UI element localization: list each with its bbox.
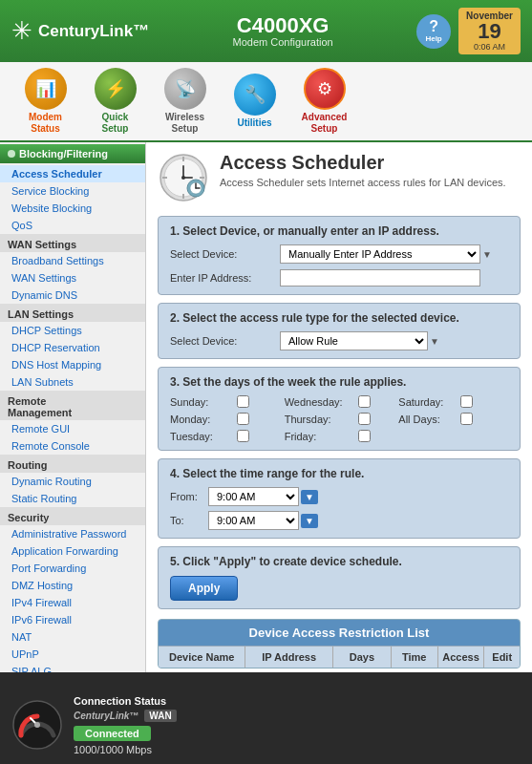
nav-item-wireless-setup[interactable]: 📡 WirelessSetup bbox=[154, 68, 216, 135]
date-time: 0:06 AM bbox=[466, 42, 513, 52]
nav-item-utilities[interactable]: 🔧 Utilities bbox=[223, 74, 286, 129]
ip-address-label: Enter IP Address: bbox=[170, 272, 280, 284]
from-row: From: 9:00 AM ▼ bbox=[170, 487, 508, 506]
nav-item-advanced-setup[interactable]: ⚙ AdvancedSetup bbox=[293, 68, 355, 135]
model-name: C4000XG bbox=[233, 15, 333, 36]
model-subtitle: Modem Configuration bbox=[233, 36, 333, 48]
sidebar-group-wan: WAN Settings bbox=[0, 234, 145, 252]
wednesday-label: Wednesday: bbox=[285, 396, 353, 408]
sidebar-item-access-scheduler[interactable]: Access Scheduler bbox=[0, 165, 145, 182]
sidebar-item-qos[interactable]: QoS bbox=[0, 217, 145, 234]
wan-label: WAN bbox=[144, 710, 176, 722]
status-info: Connection Status CenturyLink™ WAN Conne… bbox=[74, 695, 521, 755]
page-icon bbox=[158, 152, 210, 204]
nav-bar: 📊 ModemStatus ⚡ QuickSetup 📡 WirelessSet… bbox=[0, 62, 532, 142]
ip-address-input[interactable] bbox=[280, 269, 480, 286]
sidebar-item-upnp[interactable]: UPnP bbox=[0, 646, 145, 663]
page-title-block: Access Scheduler Access Scheduler sets I… bbox=[220, 152, 506, 188]
svg-point-8 bbox=[181, 176, 185, 180]
section-4: 4. Select the time range for the rule. F… bbox=[158, 458, 521, 539]
date-day: 19 bbox=[466, 21, 513, 42]
apply-button[interactable]: Apply bbox=[170, 576, 238, 601]
sidebar-item-dmz-hosting[interactable]: DMZ Hosting bbox=[0, 577, 145, 594]
sidebar-item-website-blocking[interactable]: Website Blocking bbox=[0, 200, 145, 217]
sidebar-item-static-routing[interactable]: Static Routing bbox=[0, 490, 145, 507]
from-time-select[interactable]: 9:00 AM bbox=[208, 487, 299, 506]
tuesday-label: Tuesday: bbox=[170, 431, 232, 442]
friday-checkbox[interactable] bbox=[358, 430, 371, 442]
advanced-setup-label: AdvancedSetup bbox=[302, 112, 348, 135]
sidebar-item-broadband-settings[interactable]: Broadband Settings bbox=[0, 252, 145, 269]
monday-row: Monday: bbox=[170, 413, 280, 425]
friday-label: Friday: bbox=[285, 431, 353, 442]
select-device-arrow-icon: ▼ bbox=[482, 249, 492, 260]
thursday-checkbox[interactable] bbox=[358, 413, 371, 425]
sidebar-section-blocking[interactable]: Blocking/Filtering bbox=[0, 144, 145, 163]
saturday-label: Saturday: bbox=[398, 396, 456, 408]
connected-badge: Connected bbox=[74, 726, 151, 741]
sidebar-item-remote-gui[interactable]: Remote GUI bbox=[0, 420, 145, 437]
section-2: 2. Select the access rule type for the s… bbox=[158, 303, 521, 359]
modem-status-label: ModemStatus bbox=[29, 112, 62, 135]
utilities-icon: 🔧 bbox=[234, 74, 276, 116]
sidebar-item-dhcp-settings[interactable]: DHCP Settings bbox=[0, 322, 145, 339]
col-time: Time bbox=[392, 647, 438, 668]
sidebar-item-service-blocking[interactable]: Service Blocking bbox=[0, 182, 145, 200]
sidebar-item-port-forwarding[interactable]: Port Forwarding bbox=[0, 560, 145, 577]
content-area: Access Scheduler Access Scheduler sets I… bbox=[146, 142, 532, 672]
nav-item-modem-status[interactable]: 📊 ModemStatus bbox=[14, 68, 76, 135]
sidebar-item-remote-console[interactable]: Remote Console bbox=[0, 437, 145, 455]
select-device-row: Select Device: Manually Enter IP Address… bbox=[170, 244, 508, 264]
sunday-checkbox[interactable] bbox=[237, 395, 249, 408]
sidebar-group-lan: LAN Settings bbox=[0, 304, 145, 322]
from-arrow-icon: ▼ bbox=[301, 490, 318, 504]
all-days-row: All Days: bbox=[398, 413, 508, 425]
sidebar-item-dynamic-dns[interactable]: Dynamic DNS bbox=[0, 286, 145, 304]
sidebar-item-ipv4-firewall[interactable]: IPv4 Firewall bbox=[0, 594, 145, 611]
nav-item-quick-setup[interactable]: ⚡ QuickSetup bbox=[84, 68, 146, 135]
sidebar-item-ipv6-firewall[interactable]: IPv6 Firewall bbox=[0, 611, 145, 628]
logo-icon: ✳ bbox=[11, 16, 32, 46]
sidebar-item-sip-alg[interactable]: SIP ALG bbox=[0, 663, 145, 672]
friday-row: Friday: bbox=[285, 430, 394, 442]
sidebar-item-dynamic-routing[interactable]: Dynamic Routing bbox=[0, 473, 145, 490]
monday-checkbox[interactable] bbox=[237, 413, 249, 425]
connection-status-title: Connection Status bbox=[74, 695, 521, 707]
sidebar-item-app-forwarding[interactable]: Application Forwarding bbox=[0, 542, 145, 560]
sidebar-item-dhcp-reservation[interactable]: DHCP Reservation bbox=[0, 339, 145, 356]
sidebar: Blocking/Filtering Access Scheduler Serv… bbox=[0, 142, 146, 672]
help-icon: ? bbox=[429, 19, 438, 34]
sidebar-group-routing: Routing bbox=[0, 455, 145, 473]
quick-setup-label: QuickSetup bbox=[102, 112, 129, 135]
tuesday-row: Tuesday: bbox=[170, 430, 280, 442]
all-days-checkbox[interactable] bbox=[460, 413, 473, 425]
svg-point-15 bbox=[34, 722, 40, 728]
header-right: ? Help November 19 0:06 AM bbox=[416, 8, 521, 54]
page-title: Access Scheduler bbox=[220, 152, 506, 174]
to-time-select[interactable]: 9:00 AM bbox=[208, 511, 299, 530]
tuesday-checkbox[interactable] bbox=[237, 430, 249, 442]
sidebar-item-dns-host-mapping[interactable]: DNS Host Mapping bbox=[0, 356, 145, 373]
section-5-title: 5. Click "Apply" to create device schedu… bbox=[170, 555, 508, 568]
help-button[interactable]: ? Help bbox=[416, 14, 451, 49]
table-header-row: Device Name IP Address Days Time Access … bbox=[159, 646, 520, 668]
section-title: Blocking/Filtering bbox=[19, 148, 108, 159]
access-rule-arrow-icon: ▼ bbox=[430, 336, 439, 347]
access-rule-dropdown[interactable]: Allow Rule Block Rule bbox=[280, 331, 428, 350]
wednesday-checkbox[interactable] bbox=[358, 395, 371, 408]
section-3-title: 3. Set the days of the week the rule app… bbox=[170, 375, 508, 389]
sidebar-item-wan-settings[interactable]: WAN Settings bbox=[0, 269, 145, 286]
scheduler-icon-svg bbox=[158, 152, 210, 204]
thursday-label: Thursday: bbox=[285, 414, 353, 425]
section-1-title: 1. Select Device, or manually enter an I… bbox=[170, 224, 508, 238]
sidebar-item-nat[interactable]: NAT bbox=[0, 628, 145, 646]
section-4-title: 4. Select the time range for the rule. bbox=[170, 467, 508, 480]
section-dot bbox=[8, 150, 15, 158]
sidebar-item-admin-password[interactable]: Administrative Password bbox=[0, 525, 145, 542]
from-label: From: bbox=[170, 491, 208, 502]
advanced-setup-icon: ⚙ bbox=[304, 68, 346, 110]
saturday-checkbox[interactable] bbox=[460, 395, 473, 408]
sidebar-item-lan-subnets[interactable]: LAN Subnets bbox=[0, 373, 145, 391]
col-edit: Edit bbox=[484, 647, 520, 668]
select-device-dropdown[interactable]: Manually Enter IP Address bbox=[280, 244, 480, 264]
